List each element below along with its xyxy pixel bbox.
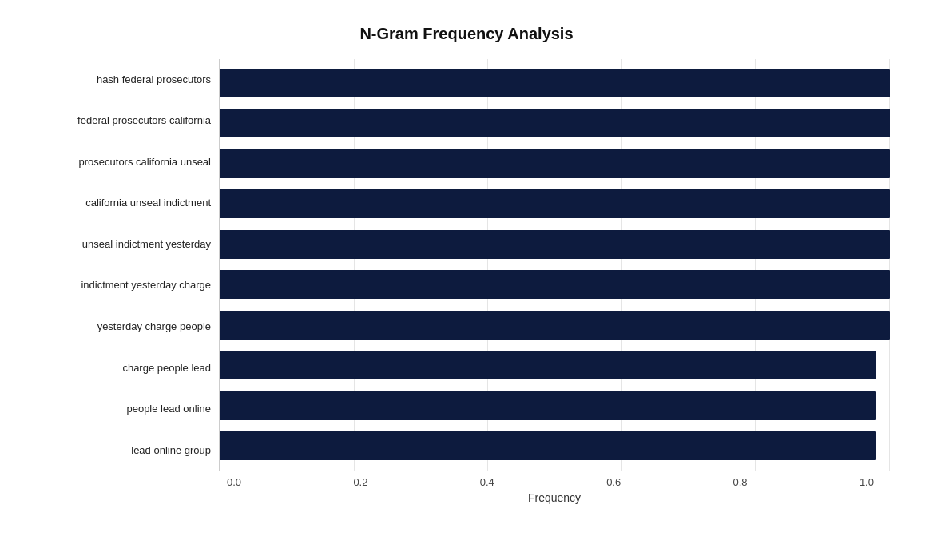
bar-row bbox=[220, 427, 890, 464]
bar bbox=[220, 189, 890, 218]
chart-area: hash federal prosecutorsfederal prosecut… bbox=[43, 59, 890, 471]
y-label: unseal indictment yesterday bbox=[82, 238, 211, 251]
x-axis-labels: 0.00.20.40.60.81.0 bbox=[43, 471, 890, 488]
bottom-section: 0.00.20.40.60.81.0 Frequency bbox=[43, 471, 890, 504]
chart-title: N-Gram Frequency Analysis bbox=[43, 25, 890, 43]
bar bbox=[220, 230, 890, 259]
x-axis-title: Frequency bbox=[43, 491, 890, 504]
y-label: california unseal indictment bbox=[85, 197, 211, 209]
bar bbox=[220, 351, 876, 379]
x-tick-label: 1.0 bbox=[860, 476, 874, 488]
y-label: yesterday charge people bbox=[97, 320, 211, 333]
y-label: lead online group bbox=[131, 444, 211, 457]
bar bbox=[220, 391, 876, 420]
y-label: prosecutors california unseal bbox=[79, 156, 211, 169]
x-tick-label: 0.0 bbox=[227, 476, 241, 488]
bar bbox=[220, 311, 890, 340]
y-label: indictment yesterday charge bbox=[81, 279, 211, 292]
y-label: people lead online bbox=[126, 403, 211, 415]
x-tick-label: 0.2 bbox=[353, 476, 367, 488]
bar bbox=[220, 431, 876, 460]
bar-row bbox=[220, 105, 890, 141]
bar-row bbox=[220, 347, 890, 383]
y-label: hash federal prosecutors bbox=[97, 73, 211, 86]
bar-row bbox=[220, 387, 890, 424]
bar-row bbox=[220, 307, 890, 344]
x-tick-label: 0.4 bbox=[480, 476, 494, 488]
y-label: charge people lead bbox=[122, 362, 211, 375]
x-tick-label: 0.6 bbox=[606, 476, 621, 488]
bar-row bbox=[220, 185, 890, 222]
bars-wrapper bbox=[220, 59, 890, 471]
bar-row bbox=[220, 145, 890, 182]
bar-row bbox=[220, 65, 890, 101]
bar bbox=[220, 69, 890, 97]
chart-container: N-Gram Frequency Analysis hash federal p… bbox=[27, 9, 906, 552]
bar-row bbox=[220, 226, 890, 263]
bar bbox=[220, 149, 890, 178]
y-label: federal prosecutors california bbox=[77, 114, 211, 127]
x-tick-label: 0.8 bbox=[733, 476, 748, 488]
bar bbox=[220, 270, 890, 299]
bars-and-grid bbox=[219, 59, 890, 471]
bar bbox=[220, 109, 890, 137]
y-labels: hash federal prosecutorsfederal prosecut… bbox=[43, 59, 219, 471]
bar-row bbox=[220, 266, 890, 303]
